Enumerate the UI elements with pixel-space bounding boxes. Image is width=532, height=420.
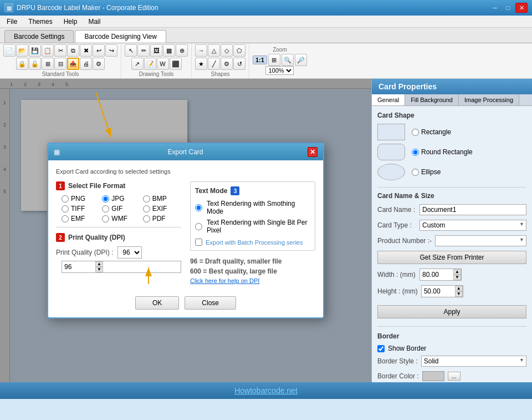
rect-radio-label[interactable]: Rectangle	[412, 128, 451, 136]
card-type-select[interactable]: Custom A4 A5 Letter	[420, 220, 526, 231]
shape-star[interactable]: ★	[195, 58, 207, 70]
dialog-close-button[interactable]: ✕	[308, 147, 318, 157]
save-tool[interactable]: 💾	[29, 44, 41, 57]
tool10[interactable]: 🔒	[16, 58, 28, 70]
format-tiff[interactable]: TIFF	[62, 205, 100, 212]
copy-tool[interactable]: ⧉	[67, 44, 79, 57]
format-emf[interactable]: EMF	[62, 215, 100, 222]
draw-tool4[interactable]: ▦	[163, 44, 175, 57]
pq-select[interactable]: 96	[117, 246, 142, 259]
panel-tab-image-processing[interactable]: Image Processing	[459, 94, 519, 105]
pq-spinner-up[interactable]: ▲	[95, 261, 103, 267]
text-mode-single[interactable]: Text Rendering with Single Bit Per Pixel	[195, 219, 310, 234]
shape-line[interactable]: ╱	[208, 58, 220, 70]
draw-tool6[interactable]: ↗	[131, 58, 144, 70]
draw-tool3[interactable]: 🖼	[150, 44, 162, 57]
height-input[interactable]	[422, 286, 455, 296]
menu-themes[interactable]: Themes	[24, 17, 57, 27]
draw-tool9[interactable]: ⬛	[170, 58, 182, 70]
dialog-close-btn[interactable]: Close	[185, 296, 236, 310]
format-pdf[interactable]: PDF	[143, 215, 181, 222]
pq-spinner-down[interactable]: ▼	[95, 267, 103, 272]
shape-tri[interactable]: △	[208, 44, 220, 57]
menu-mail[interactable]: Mail	[84, 17, 105, 27]
format-jpg[interactable]: JPG	[102, 195, 140, 203]
format-emf-radio[interactable]	[62, 215, 69, 222]
text-mode-smooth[interactable]: Text Rendering with Smothing Mode	[195, 200, 310, 215]
pq-help-link[interactable]: Click here for help on DPI	[190, 277, 315, 284]
text-mode-smooth-radio[interactable]	[195, 204, 202, 211]
window-close-button[interactable]: ✕	[515, 3, 528, 13]
format-bmp[interactable]: BMP	[143, 195, 181, 203]
format-gif-radio[interactable]	[102, 205, 109, 212]
panel-tab-general[interactable]: General	[372, 94, 405, 105]
bottom-link[interactable]: Howtobarcode.net	[234, 386, 298, 395]
format-exif-radio[interactable]	[143, 205, 150, 212]
export-tool[interactable]: 📤	[67, 58, 79, 70]
draw-tool7[interactable]: 📝	[144, 58, 156, 70]
format-png[interactable]: PNG	[62, 195, 100, 203]
tab-barcode-designing[interactable]: Barcode Designing View	[75, 30, 166, 43]
product-number-select[interactable]	[435, 235, 526, 246]
format-gif[interactable]: GIF	[102, 205, 140, 212]
format-wmf-radio[interactable]	[102, 215, 109, 222]
shape-diamond[interactable]: ◇	[221, 44, 233, 57]
tool15[interactable]: 🖨	[80, 58, 92, 70]
format-tiff-radio[interactable]	[62, 205, 69, 212]
rounded-radio[interactable]	[412, 149, 419, 156]
text-mode-single-radio[interactable]	[195, 223, 202, 230]
draw-tool2[interactable]: ✏	[137, 44, 150, 57]
tool11[interactable]: 🔓	[29, 58, 41, 70]
zoom-out-tool[interactable]: 🔎	[295, 54, 307, 66]
draw-tool5[interactable]: ⊕	[176, 44, 188, 57]
tool4[interactable]: 📋	[42, 44, 54, 57]
zoom-select[interactable]: 100%	[265, 66, 294, 75]
border-color-browse[interactable]: ...	[448, 372, 461, 381]
ellipse-radio-label[interactable]: Ellipse	[412, 168, 441, 176]
tab-barcode-settings[interactable]: Barcode Settings	[4, 30, 74, 43]
open-tool[interactable]: 📂	[16, 44, 28, 57]
new-tool[interactable]: 📄	[3, 44, 16, 57]
width-input[interactable]	[420, 270, 453, 280]
width-down[interactable]: ▼	[453, 275, 461, 280]
show-border-checkbox[interactable]	[377, 345, 385, 352]
format-jpg-radio[interactable]	[102, 195, 109, 203]
tool16[interactable]: ⚙	[93, 58, 105, 70]
format-png-radio[interactable]	[62, 195, 69, 203]
undo-tool[interactable]: ↩	[93, 44, 105, 57]
rect-radio[interactable]	[412, 129, 419, 136]
tool13[interactable]: ⊟	[54, 58, 66, 70]
pq-spinner-input[interactable]: 96	[62, 262, 95, 272]
cut-tool[interactable]: ✂	[54, 44, 66, 57]
height-up[interactable]: ▲	[455, 286, 463, 291]
width-up[interactable]: ▲	[453, 269, 461, 275]
shape-arrow[interactable]: →	[195, 44, 207, 57]
tool12[interactable]: ⊞	[42, 58, 54, 70]
apply-button[interactable]: Apply	[377, 305, 526, 318]
card-name-input[interactable]	[420, 204, 526, 215]
maximize-button[interactable]: □	[502, 3, 514, 13]
shape-penta[interactable]: ⬠	[233, 44, 245, 57]
height-down[interactable]: ▼	[455, 291, 463, 297]
shape-gear[interactable]: ⚙	[221, 58, 233, 70]
draw-tool1[interactable]: ↖	[125, 44, 137, 57]
format-pdf-radio[interactable]	[143, 215, 150, 222]
panel-tab-fill-background[interactable]: Fill Background	[405, 94, 459, 105]
zoom-in-tool[interactable]: 🔍	[282, 54, 294, 66]
ellipse-radio[interactable]	[412, 169, 419, 176]
menu-help[interactable]: Help	[59, 17, 82, 27]
format-exif[interactable]: EXIF	[143, 205, 181, 212]
redo-tool[interactable]: ↪	[105, 44, 117, 57]
delete-tool[interactable]: ✖	[80, 44, 92, 57]
get-size-button[interactable]: Get Size From Printer	[377, 251, 526, 264]
dialog-ok-button[interactable]: OK	[135, 296, 179, 310]
draw-tool8[interactable]: W	[157, 58, 169, 70]
border-style-select[interactable]: Solid Dashed Dotted	[421, 356, 526, 367]
minimize-button[interactable]: ─	[489, 3, 501, 13]
rounded-radio-label[interactable]: Round Rectangle	[412, 148, 473, 156]
shape-curve[interactable]: ↺	[233, 58, 245, 70]
format-wmf[interactable]: WMF	[102, 215, 140, 222]
menu-file[interactable]: File	[2, 17, 22, 27]
format-bmp-radio[interactable]	[143, 195, 150, 203]
zoom-fit-tool[interactable]: ⊞	[268, 54, 280, 66]
